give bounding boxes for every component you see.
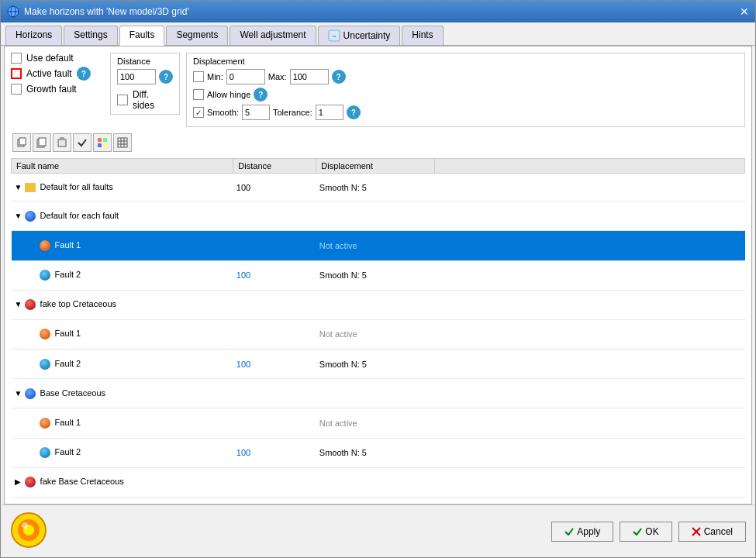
table-row[interactable]: ▼ Base Cretaceous [12,379,745,408]
row-displacement-cell: Smooth N: 5 [316,438,435,467]
smooth-input[interactable] [242,105,270,120]
expand-arrow[interactable]: ▼ [15,300,22,308]
expand-arrow[interactable]: ▼ [15,389,22,398]
row-distance-cell [233,290,316,319]
company-logo-icon [10,512,47,549]
growth-fault-label: Growth fault [26,84,77,95]
row-name-cell: ▶ fake Base Cretaceous [12,467,233,497]
tab-settings[interactable]: Settings [64,26,117,45]
distance-value-input[interactable] [117,69,156,84]
row-name-cell: ▼ Base Cretaceous [12,379,233,408]
table-row[interactable]: Fault 2 100 Smooth N: 5 [12,260,745,290]
tab-well-adjustment[interactable]: Well adjustment [230,26,316,45]
main-content: Use default Active fault ? Growth fault … [4,46,752,505]
tab-hints[interactable]: Hints [402,26,443,45]
tab-uncertainty[interactable]: ~ Uncertainty [318,26,401,45]
expand-arrow[interactable]: ▶ [15,477,22,486]
active-fault-checkbox[interactable] [11,68,22,79]
displacement-minmax-help-button[interactable]: ? [332,70,346,84]
toolbar-btn-color[interactable] [93,133,112,152]
table-row[interactable]: Fault 1 Not active [12,319,745,349]
toolbar-btn-copy3[interactable] [53,133,71,152]
svg-rect-9 [58,140,66,146]
toolbar-btn-grid[interactable] [113,133,132,152]
toolbar-btn-check[interactable] [73,133,91,152]
allow-hinge-help-button[interactable]: ? [254,88,268,102]
svg-text:~: ~ [332,33,336,40]
row-name-cell: ▼ Default for all faults [12,174,233,202]
table-row[interactable]: Fault 2 100 Smooth N: 5 [12,438,745,467]
allow-hinge-label: Allow hinge [207,90,250,99]
row-displacement-cell: Not active [316,231,435,260]
folder-icon [25,183,36,192]
smooth-label: Smooth: [207,108,239,117]
use-default-label: Use default [26,53,74,64]
diff-sides-label: Diff.sides [133,89,154,111]
row-name-cell: Fault 2 [12,260,233,290]
cancel-x-icon [692,527,701,536]
active-fault-row: Active fault ? [11,67,104,81]
displacement-max-input[interactable] [290,69,329,84]
table-row[interactable]: ▼ Default for each fault [12,202,745,231]
use-default-checkbox[interactable] [11,53,22,64]
distance-section: Distance ? Diff.sides [110,53,180,115]
displacement-max-label: Max: [268,72,287,81]
left-controls: Use default Active fault ? Growth fault [11,53,104,95]
window-title: Make horizons with 'New model/3D grid' [24,6,189,17]
distance-help-button[interactable]: ? [159,70,173,84]
table-row[interactable]: Fault 2 100 Smooth N: 5 [12,350,745,379]
displacement-min-label: Min: [207,72,223,81]
svg-rect-11 [98,138,102,142]
smooth-help-button[interactable]: ? [347,105,361,119]
tolerance-input[interactable] [316,105,343,120]
svg-rect-12 [103,138,107,142]
expand-arrow[interactable]: ▼ [15,212,22,220]
apply-button[interactable]: Apply [551,522,613,542]
diff-sides-checkbox[interactable] [117,95,128,105]
displacement-min-row: Min: Max: ? [193,69,738,84]
diff-sides-row: Diff.sides [117,89,173,111]
footer: Apply OK Cancel [1,505,755,557]
row-distance-cell: 100 [233,438,316,467]
row-distance-cell: 100 [233,350,316,379]
toolbar-btn-copy2[interactable] [33,133,51,152]
row-displacement-cell [316,202,435,231]
row-name-cell: Fault 2 [12,438,233,467]
group-red-icon [25,299,36,310]
table-row[interactable]: ▶ fake Base Cretaceous [12,467,745,497]
allow-hinge-checkbox[interactable] [193,89,204,100]
ok-button[interactable]: OK [620,522,671,542]
title-bar-left: Make horizons with 'New model/3D grid' [7,5,189,18]
group-red-icon2 [25,477,36,487]
toolbar-btn-copy1[interactable] [12,133,31,152]
row-name-cell: ▼ Default for each fault [12,202,233,231]
table-row[interactable]: Fault 1 Not active [12,408,745,438]
row-name-cell: Fault 1 [12,408,233,438]
cancel-button[interactable]: Cancel [678,522,746,542]
use-default-row: Use default [11,53,104,64]
row-distance-cell [233,319,316,349]
tab-faults[interactable]: Faults [119,26,165,46]
smooth-checkbox[interactable] [193,107,204,118]
tab-segments[interactable]: Segments [166,26,228,45]
table-row[interactable]: ▼ fake top Cretaceous [12,290,745,319]
table-row[interactable]: ▼ Default for all faults 100 Smooth N: 5 [12,174,745,202]
row-distance-cell [233,408,316,438]
expand-arrow[interactable]: ▼ [15,183,22,191]
fault-orange-icon [40,329,50,339]
col-extra [435,159,745,174]
active-fault-label: Active fault [26,68,72,79]
row-displacement-cell: Not active [316,319,435,349]
active-fault-help-button[interactable]: ? [77,67,91,81]
tab-horizons[interactable]: Horizons [5,26,62,45]
ok-checkmark-icon [633,527,642,536]
displacement-min-input[interactable] [226,69,265,84]
table-row[interactable]: Fault 1 Not active [12,231,745,260]
col-displacement: Displacement [316,159,435,174]
close-button[interactable]: ✕ [740,5,749,18]
svg-rect-15 [118,138,127,147]
row-displacement-cell: Smooth N: 5 [316,174,435,202]
row-distance-cell: 100 [233,260,316,290]
growth-fault-checkbox[interactable] [11,84,22,95]
displacement-min-checkbox[interactable] [193,71,204,82]
